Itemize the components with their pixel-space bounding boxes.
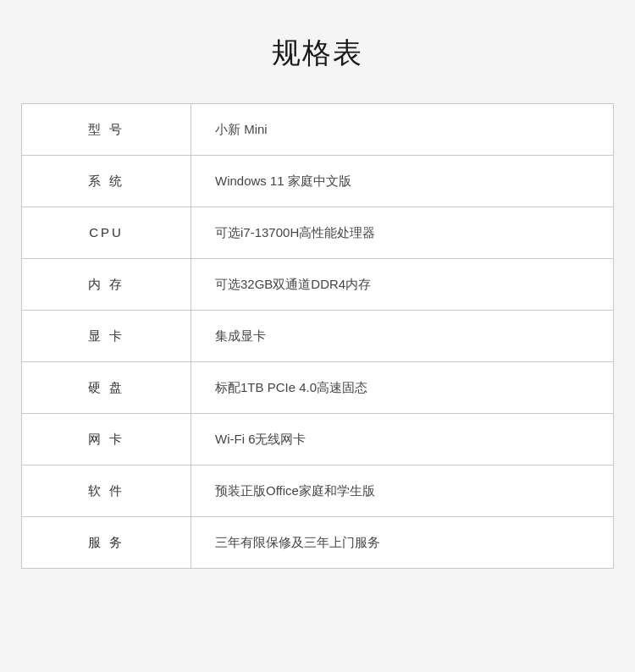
table-row: 网 卡Wi-Fi 6无线网卡: [22, 414, 614, 465]
table-row: 显 卡集成显卡: [22, 311, 614, 362]
spec-label: 硬 盘: [22, 362, 191, 414]
spec-value: 可选32GB双通道DDR4内存: [191, 259, 614, 311]
table-row: 内 存可选32GB双通道DDR4内存: [22, 259, 614, 311]
spec-value: 标配1TB PCIe 4.0高速固态: [191, 362, 614, 414]
spec-value: 三年有限保修及三年上门服务: [191, 517, 614, 569]
spec-label: 服 务: [22, 517, 191, 569]
table-row: 型 号小新 Mini: [22, 104, 614, 156]
table-row: 系 统Windows 11 家庭中文版: [22, 156, 614, 207]
spec-label: 系 统: [22, 156, 191, 207]
spec-label: 网 卡: [22, 414, 191, 465]
table-row: 软 件预装正版Office家庭和学生版: [22, 465, 614, 517]
spec-label: 显 卡: [22, 311, 191, 362]
table-row: 服 务三年有限保修及三年上门服务: [22, 517, 614, 569]
spec-value: 小新 Mini: [191, 104, 614, 156]
spec-label: 内 存: [22, 259, 191, 311]
spec-table: 型 号小新 Mini系 统Windows 11 家庭中文版CPU可选i7-137…: [21, 103, 614, 569]
table-row: CPU可选i7-13700H高性能处理器: [22, 207, 614, 259]
spec-value: Wi-Fi 6无线网卡: [191, 414, 614, 465]
spec-value: Windows 11 家庭中文版: [191, 156, 614, 207]
spec-value: 集成显卡: [191, 311, 614, 362]
spec-value: 预装正版Office家庭和学生版: [191, 465, 614, 517]
spec-value: 可选i7-13700H高性能处理器: [191, 207, 614, 259]
table-row: 硬 盘标配1TB PCIe 4.0高速固态: [22, 362, 614, 414]
spec-label: 型 号: [22, 104, 191, 156]
spec-label: CPU: [22, 207, 191, 259]
spec-label: 软 件: [22, 465, 191, 517]
page-title: 规格表: [272, 34, 363, 73]
